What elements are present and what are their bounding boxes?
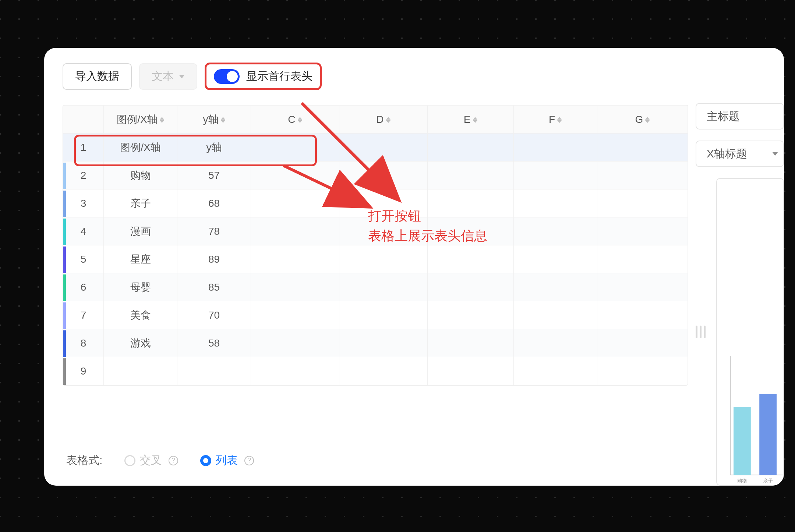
- radio-list[interactable]: 列表 ?: [200, 453, 254, 468]
- data-cell[interactable]: [339, 273, 427, 301]
- data-cell[interactable]: [339, 245, 427, 273]
- data-cell[interactable]: [339, 134, 427, 162]
- radio-cross[interactable]: 交叉 ?: [124, 453, 178, 468]
- data-type-select[interactable]: 文本: [139, 63, 197, 90]
- col-rownum[interactable]: [63, 106, 104, 134]
- row-number-cell[interactable]: 2: [63, 162, 104, 189]
- table-row[interactable]: 1图例/X轴y轴: [63, 134, 688, 162]
- data-cell[interactable]: [513, 301, 597, 329]
- data-cell[interactable]: 70: [177, 301, 251, 329]
- col-b[interactable]: y轴: [177, 106, 251, 134]
- data-cell[interactable]: [597, 217, 688, 245]
- data-cell[interactable]: 图例/X轴: [104, 134, 177, 162]
- row-number-cell[interactable]: 3: [63, 189, 104, 217]
- col-c[interactable]: C: [251, 106, 339, 134]
- import-data-button[interactable]: 导入数据: [63, 63, 132, 90]
- data-cell[interactable]: [597, 357, 688, 385]
- data-cell[interactable]: [251, 301, 339, 329]
- table-row[interactable]: 6母婴85: [63, 273, 688, 301]
- data-cell[interactable]: [339, 301, 427, 329]
- row-number-cell[interactable]: 1: [63, 134, 104, 162]
- show-header-toggle-group: 显示首行表头: [205, 63, 322, 90]
- row-number-cell[interactable]: 4: [63, 217, 104, 245]
- data-cell[interactable]: 母婴: [104, 273, 177, 301]
- table-row[interactable]: 9: [63, 357, 688, 385]
- table-row[interactable]: 7美食70: [63, 301, 688, 329]
- data-cell[interactable]: [339, 162, 427, 189]
- data-cell[interactable]: [427, 357, 513, 385]
- data-cell[interactable]: [251, 217, 339, 245]
- col-e[interactable]: E: [427, 106, 513, 134]
- data-cell[interactable]: 购物: [104, 162, 177, 189]
- data-cell[interactable]: [251, 189, 339, 217]
- data-cell[interactable]: [513, 189, 597, 217]
- data-cell[interactable]: 57: [177, 162, 251, 189]
- drag-handle-icon[interactable]: [696, 178, 707, 486]
- show-header-switch[interactable]: [214, 69, 240, 84]
- data-cell[interactable]: [251, 273, 339, 301]
- col-d[interactable]: D: [339, 106, 427, 134]
- data-cell[interactable]: [597, 301, 688, 329]
- data-cell[interactable]: [597, 162, 688, 189]
- chevron-down-icon: [179, 75, 185, 78]
- data-cell[interactable]: [513, 273, 597, 301]
- row-color-indicator: [63, 302, 66, 329]
- header-row: 图例/X轴 y轴 C D E F G: [63, 106, 688, 134]
- data-cell[interactable]: [251, 245, 339, 273]
- data-cell[interactable]: [513, 357, 597, 385]
- chart-preview[interactable]: 购物亲子漫画星座母婴美食游戏: [716, 178, 784, 486]
- data-cell[interactable]: 美食: [104, 301, 177, 329]
- col-g[interactable]: G: [597, 106, 688, 134]
- data-cell[interactable]: 游戏: [104, 329, 177, 357]
- data-cell[interactable]: [251, 134, 339, 162]
- help-icon[interactable]: ?: [169, 456, 178, 465]
- data-cell[interactable]: 68: [177, 189, 251, 217]
- data-cell[interactable]: 58: [177, 329, 251, 357]
- data-cell[interactable]: [513, 245, 597, 273]
- row-number-cell[interactable]: 5: [63, 245, 104, 273]
- row-number-cell[interactable]: 8: [63, 329, 104, 357]
- data-cell[interactable]: [251, 357, 339, 385]
- data-cell[interactable]: [513, 329, 597, 357]
- data-cell[interactable]: [513, 217, 597, 245]
- table-row[interactable]: 2购物57: [63, 162, 688, 189]
- x-axis-title-select[interactable]: X轴标题: [696, 141, 784, 167]
- table-row[interactable]: 5星座89: [63, 245, 688, 273]
- main-title-field[interactable]: 主标题: [696, 103, 784, 130]
- data-cell[interactable]: 85: [177, 273, 251, 301]
- row-number-cell[interactable]: 9: [63, 357, 104, 385]
- data-cell[interactable]: [427, 245, 513, 273]
- table-row[interactable]: 8游戏58: [63, 329, 688, 357]
- data-cell[interactable]: [597, 245, 688, 273]
- data-cell[interactable]: [597, 134, 688, 162]
- row-number-cell[interactable]: 7: [63, 301, 104, 329]
- data-cell[interactable]: 亲子: [104, 189, 177, 217]
- data-cell[interactable]: [251, 162, 339, 189]
- data-cell[interactable]: [104, 357, 177, 385]
- chart-bar: [759, 394, 777, 475]
- data-cell[interactable]: [427, 134, 513, 162]
- data-cell[interactable]: [597, 189, 688, 217]
- data-cell[interactable]: [251, 329, 339, 357]
- data-cell[interactable]: [513, 134, 597, 162]
- data-cell[interactable]: [597, 329, 688, 357]
- data-cell[interactable]: 星座: [104, 245, 177, 273]
- data-cell[interactable]: [427, 273, 513, 301]
- data-cell[interactable]: [597, 273, 688, 301]
- row-number-cell[interactable]: 6: [63, 273, 104, 301]
- data-cell[interactable]: y轴: [177, 134, 251, 162]
- data-cell[interactable]: [339, 329, 427, 357]
- help-icon[interactable]: ?: [244, 456, 254, 465]
- data-cell[interactable]: [339, 357, 427, 385]
- col-f[interactable]: F: [513, 106, 597, 134]
- data-cell[interactable]: 78: [177, 217, 251, 245]
- data-cell[interactable]: [427, 162, 513, 189]
- data-cell[interactable]: [427, 329, 513, 357]
- data-cell[interactable]: 漫画: [104, 217, 177, 245]
- data-cell[interactable]: [427, 301, 513, 329]
- col-a[interactable]: 图例/X轴: [104, 106, 177, 134]
- data-cell[interactable]: [513, 162, 597, 189]
- data-cell[interactable]: [177, 357, 251, 385]
- row-color-indicator: [63, 163, 66, 189]
- data-cell[interactable]: 89: [177, 245, 251, 273]
